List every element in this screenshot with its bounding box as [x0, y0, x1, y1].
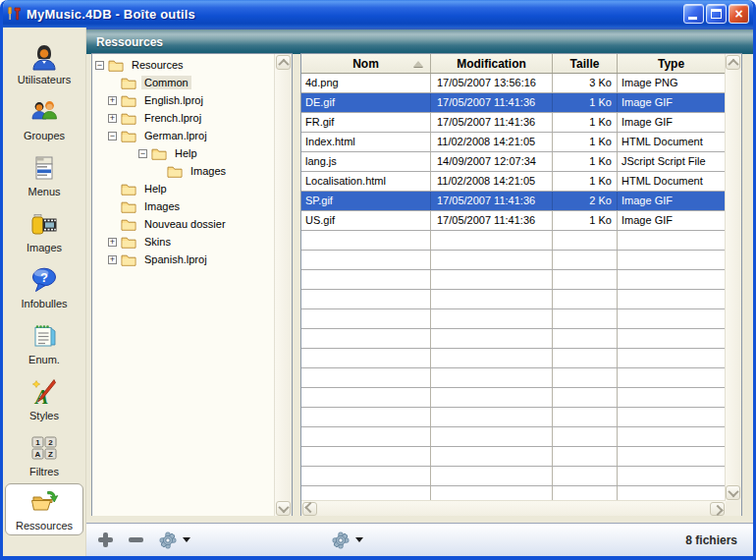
remove-button[interactable] — [129, 537, 143, 542]
maximize-button[interactable] — [706, 4, 727, 24]
tree-item[interactable]: + English.lproj — [93, 91, 274, 109]
table-row[interactable]: Index.html 11/02/2008 14:21:05 1 Ko HTML… — [301, 133, 726, 152]
sidebar-item-styles[interactable]: A Styles — [3, 371, 85, 427]
tree-scrollbar[interactable] — [274, 54, 292, 517]
cell-type — [618, 309, 726, 328]
table-row[interactable]: SP.gif 17/05/2007 11:41:36 2 Ko Image GI… — [301, 192, 726, 211]
cell-taille — [553, 251, 618, 269]
cell-modification: 17/05/2007 11:41:36 — [431, 192, 553, 210]
tree-item[interactable]: Nouveau dossier — [93, 215, 274, 233]
table-row[interactable]: lang.js 14/09/2007 12:07:34 1 Ko JScript… — [301, 152, 726, 172]
sidebar-item-filtres[interactable]: 12 AZ Filtres — [3, 427, 85, 483]
table-row[interactable] — [301, 309, 726, 329]
column-header-nom[interactable]: Nom — [301, 54, 431, 73]
sidebar-item-label: Infobulles — [21, 298, 67, 309]
remove-icon — [129, 537, 143, 542]
folder-icon — [121, 253, 136, 266]
cell-taille: 1 Ko — [553, 113, 618, 132]
table-row[interactable] — [301, 329, 726, 349]
cell-modification: 17/05/2007 11:41:36 — [431, 211, 553, 230]
column-header-modification[interactable]: Modification — [431, 54, 553, 73]
tree-item[interactable]: + French.lproj — [93, 109, 274, 127]
options-menu-button[interactable] — [332, 532, 363, 549]
table-row[interactable] — [301, 368, 726, 388]
tree-item[interactable]: Images — [93, 197, 274, 215]
user-icon — [29, 41, 59, 71]
help-bubble-icon: ? — [29, 265, 59, 295]
add-button[interactable] — [98, 532, 113, 547]
close-icon: × — [729, 5, 748, 23]
table-row[interactable]: FR.gif 17/05/2007 11:41:36 1 Ko Image GI… — [301, 113, 726, 133]
tree-item-label: French.lproj — [141, 111, 204, 125]
tree-item[interactable]: − Resources — [93, 56, 274, 74]
folder-icon — [151, 147, 167, 160]
chevron-down-icon — [728, 485, 738, 496]
table-row[interactable] — [301, 231, 726, 251]
cell-type — [618, 251, 726, 269]
folder-icon — [121, 112, 136, 125]
cell-nom — [301, 486, 431, 501]
tree-expander[interactable]: − — [95, 61, 104, 70]
scroll-left-button[interactable] — [302, 502, 317, 516]
table-row[interactable]: DE.gif 17/05/2007 11:41:36 1 Ko Image GI… — [301, 93, 726, 113]
action-menu-button[interactable] — [159, 532, 190, 549]
column-header-taille[interactable]: Taille — [553, 54, 618, 73]
cell-modification — [431, 270, 553, 289]
scroll-up-button[interactable] — [276, 55, 291, 70]
sidebar-item-infobulles[interactable]: ? Infobulles — [3, 259, 85, 315]
cell-nom: SP.gif — [301, 192, 431, 210]
folder-icon — [121, 200, 136, 213]
tree-item[interactable]: − Help — [93, 144, 274, 162]
scroll-right-button[interactable] — [710, 502, 725, 516]
titlebar[interactable]: MyMusic.4DB - Boîte outils × — [0, 0, 756, 28]
minimize-button[interactable] — [683, 4, 704, 24]
cell-nom: lang.js — [301, 152, 431, 171]
tree-expander[interactable]: − — [108, 132, 117, 140]
table-row[interactable]: 4d.png 17/05/2007 13:56:16 3 Ko Image PN… — [301, 74, 726, 93]
film-roll-icon — [29, 209, 59, 239]
table-row[interactable] — [301, 349, 726, 368]
cell-type: Image GIF — [618, 113, 726, 132]
table-vertical-scrollbar[interactable] — [725, 54, 741, 501]
tree-expander[interactable]: + — [108, 114, 117, 123]
tree-expander[interactable]: + — [108, 238, 117, 247]
file-table-panel: Nom Modification Taille Type 4d.png 17/0… — [300, 53, 742, 518]
table-row[interactable] — [301, 427, 726, 447]
svg-text:Z: Z — [48, 450, 53, 459]
table-row[interactable] — [301, 447, 726, 467]
table-row[interactable] — [301, 467, 726, 486]
add-icon — [98, 532, 113, 547]
cell-taille — [553, 231, 618, 250]
sidebar-item-groupes[interactable]: Groupes — [3, 91, 85, 147]
sidebar-item-ressources[interactable]: Ressources — [5, 483, 83, 535]
tree-item[interactable]: + Skins — [93, 233, 274, 251]
table-row[interactable] — [301, 388, 726, 408]
sidebar-item-utilisateurs[interactable]: Utilisateurs — [3, 35, 85, 91]
table-row[interactable] — [301, 270, 726, 290]
bottom-toolbar: 8 fichiers — [86, 523, 753, 556]
tree-item[interactable]: + Spanish.lproj — [93, 251, 274, 268]
sidebar-item-enum[interactable]: Enum. — [3, 315, 85, 371]
table-horizontal-scrollbar[interactable] — [301, 500, 726, 517]
tree-item[interactable]: Common — [93, 74, 274, 91]
tree-item[interactable]: Help — [93, 180, 274, 197]
tree-expander[interactable]: + — [108, 96, 117, 105]
table-row[interactable] — [301, 251, 726, 270]
table-row[interactable] — [301, 408, 726, 427]
scroll-up-button[interactable] — [726, 55, 740, 70]
table-row[interactable] — [301, 486, 726, 501]
tree-item[interactable]: Images — [93, 162, 274, 180]
sidebar-item-images[interactable]: Images — [3, 203, 85, 259]
cell-modification — [431, 309, 553, 328]
table-row[interactable]: Localisation.html 11/02/2008 14:21:05 1 … — [301, 172, 726, 192]
scroll-down-button[interactable] — [276, 501, 291, 516]
tree-item[interactable]: − German.lproj — [93, 127, 274, 144]
tree-expander[interactable]: + — [108, 255, 117, 264]
table-row[interactable]: US.gif 17/05/2007 11:41:36 1 Ko Image GI… — [301, 211, 726, 231]
sidebar-item-menus[interactable]: Menus — [3, 147, 85, 203]
table-row[interactable] — [301, 290, 726, 309]
column-header-type[interactable]: Type — [618, 54, 726, 73]
scroll-down-button[interactable] — [726, 485, 740, 500]
close-button[interactable]: × — [729, 4, 749, 24]
tree-expander[interactable]: − — [138, 149, 147, 158]
